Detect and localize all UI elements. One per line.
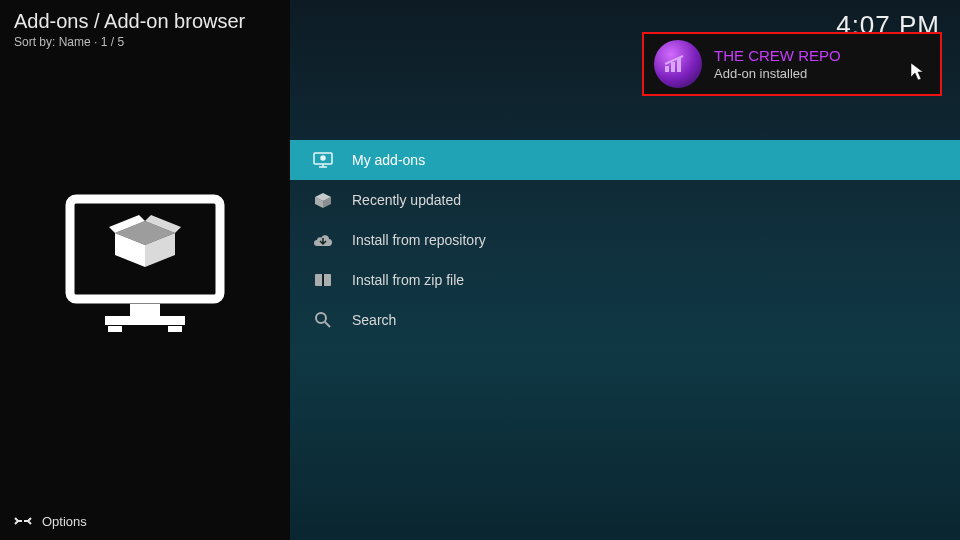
box-icon (312, 189, 334, 211)
notification-toast: THE CREW REPO Add-on installed (642, 32, 942, 96)
options-label: Options (42, 514, 87, 529)
addon-menu: My add-ons Recently updated (290, 140, 960, 340)
menu-item-install-repository[interactable]: Install from repository (290, 220, 960, 260)
menu-label: My add-ons (352, 152, 425, 168)
svg-rect-1 (130, 304, 160, 316)
sidebar: Add-ons / Add-on browser Sort by: Name ·… (0, 0, 290, 540)
options-footer[interactable]: Options (12, 510, 87, 532)
zip-icon (312, 269, 334, 291)
options-icon (12, 510, 34, 532)
toast-subtitle: Add-on installed (714, 66, 930, 81)
svg-point-22 (316, 313, 326, 323)
svg-line-23 (325, 322, 330, 327)
search-icon (312, 309, 334, 331)
toast-thumbnail-icon (654, 40, 702, 88)
menu-item-search[interactable]: Search (290, 300, 960, 340)
svg-point-16 (321, 156, 325, 160)
cloud-download-icon (312, 229, 334, 251)
svg-rect-4 (168, 326, 182, 332)
menu-item-install-zip[interactable]: Install from zip file (290, 260, 960, 300)
addon-browser-hero-icon (0, 0, 290, 540)
svg-rect-21 (322, 274, 324, 286)
menu-label: Search (352, 312, 396, 328)
menu-label: Recently updated (352, 192, 461, 208)
monitor-icon (312, 149, 334, 171)
svg-rect-10 (665, 66, 669, 72)
svg-rect-3 (108, 326, 122, 332)
svg-rect-2 (105, 316, 185, 325)
menu-item-recently-updated[interactable]: Recently updated (290, 180, 960, 220)
menu-label: Install from zip file (352, 272, 464, 288)
mouse-cursor-icon (910, 62, 926, 86)
menu-label: Install from repository (352, 232, 486, 248)
svg-rect-11 (671, 62, 675, 72)
toast-title: THE CREW REPO (714, 47, 930, 64)
menu-item-my-addons[interactable]: My add-ons (290, 140, 960, 180)
main-panel: 4:07 PM THE CREW REPO Add-on installed (290, 0, 960, 540)
svg-rect-12 (677, 58, 681, 72)
